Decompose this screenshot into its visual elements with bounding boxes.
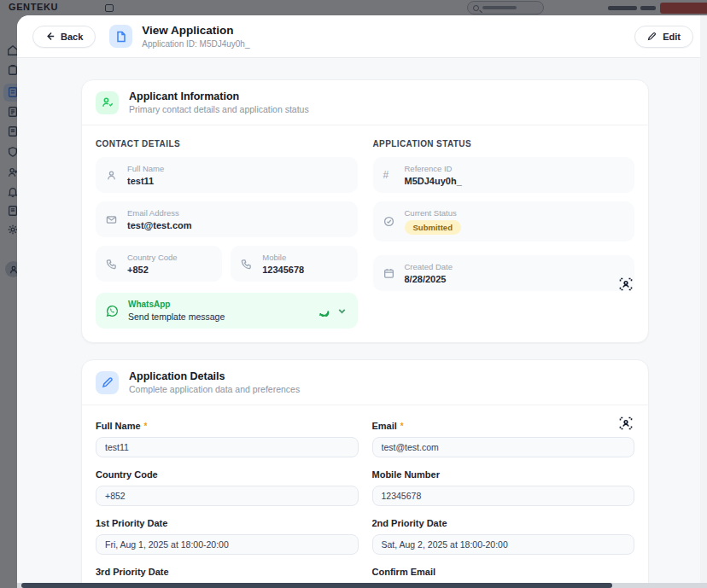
mobile-number-input[interactable] xyxy=(372,486,635,506)
back-button-label: Back xyxy=(61,32,83,42)
hash-icon: # xyxy=(383,169,395,181)
edit-pencil-icon xyxy=(96,371,119,394)
details-card-header: Application Details Complete application… xyxy=(82,360,648,405)
field-label: Confirm Email xyxy=(372,567,635,577)
reference-id-field: # Reference ID M5DJ4uy0h_ xyxy=(373,157,635,193)
contact-details-heading: CONTACT DETAILS xyxy=(96,139,358,148)
second-priority-date-input[interactable] xyxy=(372,534,635,555)
created-date-field: Created Date 8/28/2025 xyxy=(373,255,635,291)
field-value: M5DJ4uy0h_ xyxy=(405,176,462,186)
edit-button[interactable]: Edit xyxy=(634,26,693,48)
field-label: Country Code xyxy=(96,469,359,480)
field-label: Current Status xyxy=(405,208,461,218)
horizontal-scrollbar[interactable] xyxy=(17,583,707,588)
back-button[interactable]: Back xyxy=(32,26,96,48)
page-header: Back View Application Application ID: M5… xyxy=(17,15,707,58)
contact-details-column: CONTACT DETAILS Full Name test11 Email xyxy=(96,139,358,329)
application-status-heading: APPLICATION STATUS xyxy=(373,139,635,148)
field-label: 3rd Priority Date xyxy=(96,567,359,577)
pencil-icon xyxy=(647,32,657,41)
arrow-left-icon xyxy=(45,32,55,41)
field-label: Mobile xyxy=(262,253,304,262)
full-name-input[interactable] xyxy=(96,437,359,457)
application-details-card: Application Details Complete application… xyxy=(81,359,649,588)
field-label: 1st Priority Date xyxy=(96,518,359,528)
applicant-information-card: Applicant Information Primary contact de… xyxy=(81,79,649,343)
status-badge: Submitted xyxy=(405,220,461,235)
current-status-field: Current Status Submitted xyxy=(373,201,635,242)
user-check-icon xyxy=(96,91,119,114)
person-focus-marker-icon xyxy=(619,277,633,291)
field-value: test@test.com xyxy=(127,220,192,230)
form-field-full-name: Full Name* xyxy=(96,421,359,457)
applicant-card-title: Applicant Information xyxy=(129,90,309,102)
applicant-card-subtitle: Primary contact details and application … xyxy=(129,104,309,114)
field-value: 8/28/2025 xyxy=(405,274,453,284)
page-title: View Application xyxy=(142,24,249,37)
field-value: test11 xyxy=(127,176,164,186)
page-content: Applicant Information Primary contact de… xyxy=(17,58,707,588)
whatsapp-row: WhatsApp Send template message xyxy=(96,293,358,329)
form-field-email: Email* xyxy=(372,421,635,457)
calendar-icon xyxy=(383,268,395,279)
applicant-card-header: Applicant Information Primary contact de… xyxy=(82,80,648,125)
required-mark: * xyxy=(144,422,148,431)
title-group: View Application Application ID: M5DJ4uy… xyxy=(109,24,249,49)
whatsapp-action-text: Send template message xyxy=(128,311,225,322)
email-field: Email Address test@test.com xyxy=(96,201,358,237)
field-label: Country Code xyxy=(127,253,178,262)
phone-icon xyxy=(106,259,118,270)
form-field-mobile-number: Mobile Number xyxy=(372,469,635,506)
whatsapp-icon xyxy=(106,305,119,317)
view-application-page: Back View Application Application ID: M5… xyxy=(17,15,707,588)
field-label: 2nd Priority Date xyxy=(372,518,635,528)
field-label: Mobile Number xyxy=(372,469,635,480)
field-label: Email xyxy=(372,421,397,431)
app-window: GENTEKU Back xyxy=(0,0,707,588)
full-name-field: Full Name test11 xyxy=(96,157,358,193)
envelope-icon xyxy=(106,214,118,225)
edit-button-label: Edit xyxy=(663,32,681,42)
field-label: Full Name xyxy=(96,421,141,431)
required-mark: * xyxy=(400,422,404,431)
application-status-column: APPLICATION STATUS # Reference ID M5DJ4u… xyxy=(373,139,635,329)
whatsapp-label: WhatsApp xyxy=(128,300,225,309)
form-field-1st-priority-date: 1st Priority Date xyxy=(96,518,359,555)
details-card-title: Application Details xyxy=(129,370,300,382)
application-doc-icon xyxy=(109,25,132,48)
form-field-country-code: Country Code xyxy=(96,469,359,506)
person-focus-marker-icon xyxy=(619,416,633,430)
status-check-icon xyxy=(383,216,395,227)
vertical-scrollbar[interactable] xyxy=(700,15,707,588)
email-input[interactable] xyxy=(372,437,635,457)
field-label: Full Name xyxy=(127,164,164,173)
mobile-field: Mobile 12345678 xyxy=(231,246,357,282)
field-value: +852 xyxy=(127,265,178,275)
form-field-2nd-priority-date: 2nd Priority Date xyxy=(372,518,635,555)
chat-bubble-icon[interactable] xyxy=(318,306,330,317)
field-label: Reference ID xyxy=(405,164,462,173)
first-priority-date-input[interactable] xyxy=(96,534,359,555)
field-value: 12345678 xyxy=(262,265,304,275)
phone-icon xyxy=(241,259,253,270)
country-code-input[interactable] xyxy=(96,486,359,506)
chevron-down-icon[interactable] xyxy=(336,306,348,317)
country-code-field: Country Code +852 xyxy=(96,246,222,282)
details-card-subtitle: Complete application data and preference… xyxy=(129,384,300,394)
application-id: Application ID: M5DJ4uy0h_ xyxy=(142,39,249,49)
field-label: Created Date xyxy=(405,262,453,271)
person-icon xyxy=(106,170,118,181)
horizontal-scrollbar-thumb[interactable] xyxy=(21,583,612,588)
field-label: Email Address xyxy=(127,208,192,218)
